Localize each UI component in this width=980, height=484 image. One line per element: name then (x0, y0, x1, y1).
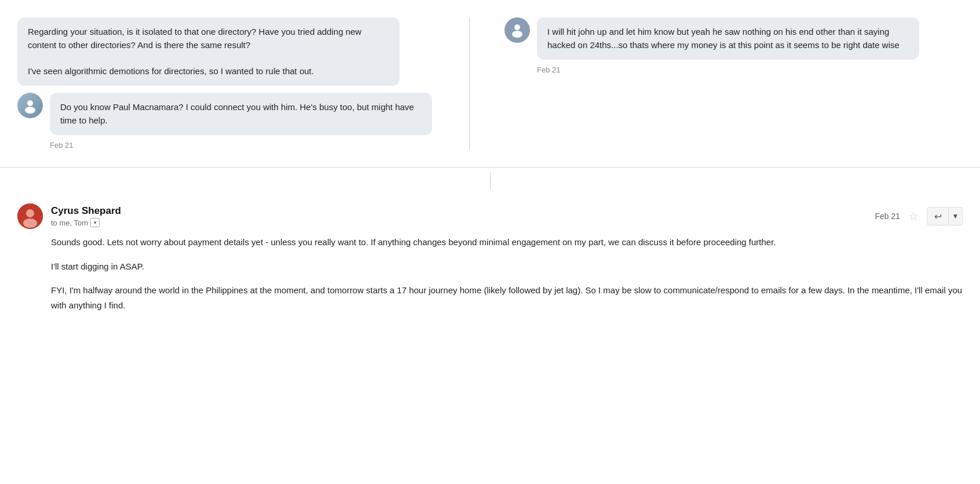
bubble-2-time: Feb 21 (50, 141, 432, 150)
avatar-left (17, 93, 43, 118)
reply-button[interactable]: ↩ (927, 207, 949, 225)
email-sender-name: Cyrus Shepard (51, 205, 875, 217)
center-line (490, 172, 491, 190)
chat-messages: Regarding your situation, is it isolated… (0, 12, 980, 161)
bubble-right-1-time: Feb 21 (537, 65, 919, 74)
email-body: Sounds good. Lets not worry about paymen… (17, 235, 963, 312)
email-meta-right: Feb 21 ☆ ↩ ▼ (875, 207, 963, 225)
svg-point-6 (26, 209, 34, 217)
message-bubble-1: Regarding your situation, is it isolated… (17, 17, 452, 86)
bubble-text-2: Do you know Paul Macnamara? I could conn… (50, 93, 432, 135)
chat-right: I will hit john up and let him know but … (470, 17, 963, 150)
svg-point-2 (514, 24, 520, 30)
bubble-right-col: I will hit john up and let him know but … (537, 17, 919, 74)
star-icon[interactable]: ☆ (908, 209, 919, 223)
message-bubble-2: Do you know Paul Macnamara? I could conn… (17, 93, 452, 150)
conversation-area: Regarding your situation, is it isolated… (0, 0, 980, 330)
svg-point-7 (23, 219, 37, 228)
recipients-text: to me, Tom (51, 219, 88, 227)
email-section: Cyrus Shepard to me, Tom ▾ Feb 21 ☆ ↩ ▼ … (0, 194, 980, 330)
bubble-2-col: Do you know Paul Macnamara? I could conn… (50, 93, 432, 150)
action-group: ↩ ▼ (927, 207, 963, 225)
email-body-para-2: I'll start digging in ASAP. (51, 259, 963, 274)
svg-point-1 (25, 107, 35, 114)
recipients-dropdown[interactable]: ▾ (90, 218, 100, 227)
email-header: Cyrus Shepard to me, Tom ▾ Feb 21 ☆ ↩ ▼ (17, 203, 963, 229)
email-body-para-1: Sounds good. Lets not worry about paymen… (51, 235, 963, 250)
avatar-right (504, 17, 530, 43)
email-date: Feb 21 (875, 212, 900, 221)
bubble-text-right-1: I will hit john up and let him know but … (537, 17, 919, 60)
center-divider-wrapper (0, 168, 980, 194)
svg-point-4 (513, 31, 521, 35)
message-bubble-right-1: I will hit john up and let him know but … (504, 17, 963, 74)
email-recipients: to me, Tom ▾ (51, 218, 875, 227)
email-sender-info: Cyrus Shepard to me, Tom ▾ (51, 205, 875, 227)
bubble-text-1: Regarding your situation, is it isolated… (17, 17, 400, 86)
email-body-para-3: FYI, I'm halfway around the world in the… (51, 283, 963, 312)
chat-left: Regarding your situation, is it isolated… (17, 17, 469, 150)
more-actions-button[interactable]: ▼ (949, 207, 963, 225)
email-sender-avatar (17, 203, 43, 229)
svg-point-0 (27, 100, 33, 106)
